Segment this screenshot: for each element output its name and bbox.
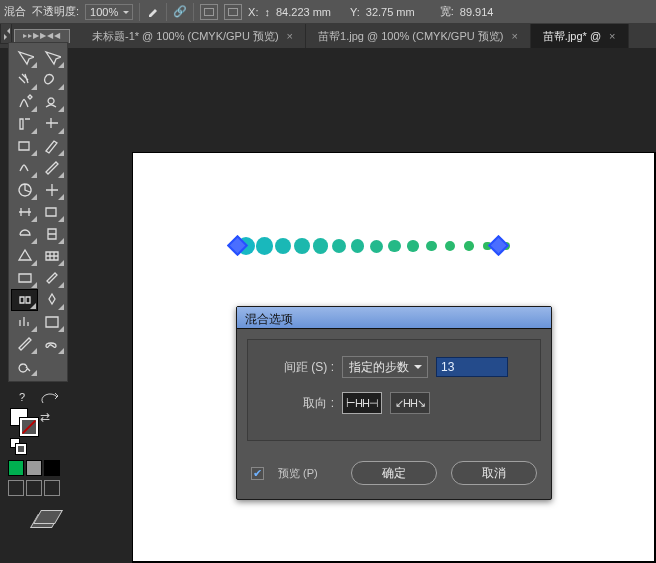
cycle-colors-icon[interactable]	[36, 386, 64, 408]
blend-dot	[332, 239, 346, 253]
flyout-indicator-icon	[31, 282, 37, 288]
swap-fill-stroke-icon[interactable]: ⇄	[40, 410, 50, 424]
width-tool[interactable]	[11, 201, 38, 223]
orient-align-to-path-button[interactable]: ↙HH↘	[390, 392, 430, 414]
document-tab-strip: 未标题-1* @ 100% (CMYK/GPU 预览)×苗帮1.jpg @ 10…	[0, 24, 656, 48]
flyout-indicator-icon	[58, 238, 64, 244]
empty-tool-slot	[38, 355, 65, 377]
w-value[interactable]: 89.914	[460, 6, 528, 18]
opacity-label: 不透明度:	[32, 4, 79, 19]
default-stroke-icon[interactable]	[16, 444, 26, 454]
shape-builder-tool[interactable]	[11, 223, 38, 245]
swatch-2[interactable]	[26, 460, 42, 476]
separator	[166, 3, 167, 21]
free-transform-tool[interactable]	[38, 201, 65, 223]
pen-tool[interactable]	[11, 91, 38, 113]
preview-label[interactable]: 预览 (P)	[278, 466, 318, 481]
blend-dot	[351, 239, 365, 253]
document-tab-label: 苗帮1.jpg @ 100% (CMYK/GPU 预览)	[318, 29, 503, 44]
hand-tool[interactable]	[38, 333, 65, 355]
document-tab-2[interactable]: 苗帮.jpg* @×	[531, 24, 629, 48]
transform-icon[interactable]	[224, 4, 242, 20]
ok-button[interactable]: 确定	[351, 461, 437, 485]
selection-tool[interactable]	[11, 47, 38, 69]
blend-dot	[313, 238, 328, 253]
flyout-indicator-icon	[31, 370, 37, 376]
fill-stroke-control[interactable]: ⇄	[8, 408, 68, 436]
flyout-indicator-icon	[58, 84, 64, 90]
eraser-tool[interactable]	[38, 157, 65, 179]
document-tab-0[interactable]: 未标题-1* @ 100% (CMYK/GPU 预览)×	[80, 24, 306, 48]
zoom-tool[interactable]	[11, 355, 38, 377]
paintbrush-tool[interactable]	[38, 135, 65, 157]
curvature-pen-tool[interactable]	[38, 91, 65, 113]
link-xy-icon[interactable]: ↕	[264, 6, 270, 18]
steps-input[interactable]	[436, 357, 508, 377]
slice-tool[interactable]	[11, 333, 38, 355]
opacity-value[interactable]: 100%	[85, 4, 133, 20]
dialog-title[interactable]: 混合选项	[237, 307, 551, 329]
color-swatch-section: ? ⇄	[8, 382, 68, 530]
shaper-tool[interactable]	[11, 157, 38, 179]
swatch-1[interactable]	[8, 460, 24, 476]
blend-artwork[interactable]	[238, 236, 498, 258]
flyout-indicator-icon	[31, 128, 37, 134]
close-tab-icon[interactable]: ×	[287, 30, 293, 42]
flyout-indicator-icon	[31, 84, 37, 90]
link-icon[interactable]: 🔗	[173, 5, 187, 18]
lasso-tool[interactable]	[38, 69, 65, 91]
document-tab-label: 苗帮.jpg* @	[543, 29, 601, 44]
quick-swatches	[8, 460, 68, 476]
symbol-sprayer-tool[interactable]	[38, 289, 65, 311]
magic-wand-tool[interactable]	[11, 69, 38, 91]
document-tab-1[interactable]: 苗帮1.jpg @ 100% (CMYK/GPU 预览)×	[306, 24, 531, 48]
eyedropper-icon[interactable]	[146, 5, 160, 19]
align-icon[interactable]	[200, 4, 218, 20]
draw-behind-icon[interactable]	[26, 480, 42, 496]
spacing-select[interactable]: 指定的步数	[342, 356, 428, 378]
tool-panel	[8, 42, 68, 382]
scale-tool[interactable]	[38, 179, 65, 201]
stroke-swatch[interactable]	[20, 418, 38, 436]
cancel-button[interactable]: 取消	[451, 461, 537, 485]
flyout-indicator-icon	[58, 150, 64, 156]
puppet-warp-tool[interactable]	[38, 223, 65, 245]
panel-collapse-handle[interactable]	[0, 24, 12, 44]
spacing-select-wrap[interactable]: 指定的步数	[342, 356, 428, 378]
preview-checkbox[interactable]	[251, 467, 264, 480]
dialog-button-row: 预览 (P) 确定 取消	[237, 451, 551, 499]
help-tool[interactable]: ?	[8, 386, 36, 408]
screen-mode-icon[interactable]	[32, 506, 62, 530]
perspective-grid-tool[interactable]	[11, 245, 38, 267]
gradient-tool[interactable]	[11, 267, 38, 289]
swatch-3[interactable]	[44, 460, 60, 476]
flyout-indicator-icon	[58, 106, 64, 112]
flyout-indicator-icon	[58, 128, 64, 134]
x-value[interactable]: 84.223 mm	[276, 6, 344, 18]
draw-inside-icon[interactable]	[44, 480, 60, 496]
blend-dot	[426, 241, 437, 252]
close-tab-icon[interactable]: ×	[609, 30, 615, 42]
line-segment-tool[interactable]	[38, 113, 65, 135]
blend-tool[interactable]	[11, 289, 38, 311]
close-tab-icon[interactable]: ×	[511, 30, 517, 42]
flyout-indicator-icon	[31, 260, 37, 266]
draw-normal-icon[interactable]	[8, 480, 24, 496]
column-graph-tool[interactable]	[11, 311, 38, 333]
direct-selection-tool[interactable]	[38, 47, 65, 69]
blend-right-handle[interactable]	[488, 235, 509, 256]
type-tool[interactable]	[11, 113, 38, 135]
y-value[interactable]: 32.75 mm	[366, 6, 434, 18]
flyout-indicator-icon	[58, 194, 64, 200]
artboard-tool[interactable]	[38, 311, 65, 333]
flyout-indicator-icon	[58, 348, 64, 354]
flyout-indicator-icon	[31, 194, 37, 200]
dialog-body: 间距 (S) : 指定的步数 取向 : ⊢HH⊣ ↙HH↘	[247, 339, 541, 441]
mesh-tool[interactable]	[38, 245, 65, 267]
tool-panel-grip[interactable]: ▸▸▶▶◀◀	[14, 29, 70, 43]
rotate-tool[interactable]	[11, 179, 38, 201]
separator	[139, 3, 140, 21]
eyedropper-tool[interactable]	[38, 267, 65, 289]
orient-align-to-page-button[interactable]: ⊢HH⊣	[342, 392, 382, 414]
rectangle-tool[interactable]	[11, 135, 38, 157]
